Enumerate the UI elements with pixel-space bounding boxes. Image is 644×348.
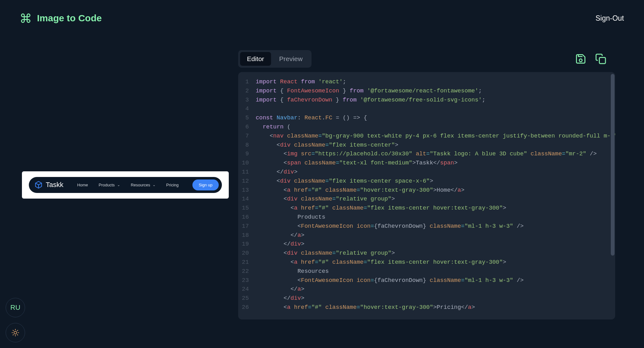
preview-brand: Taskk	[46, 181, 63, 189]
code-line: 7 <nav className="bg-gray-900 text-white…	[238, 132, 615, 141]
preview-brand-group: Taskk	[34, 181, 63, 189]
svg-point-0	[579, 59, 582, 62]
code-line: 15 <a href="#" className="flex items-cen…	[238, 204, 615, 213]
code-editor[interactable]: 1import React from 'react'; 2import { Fo…	[238, 72, 615, 319]
svg-line-9	[13, 335, 13, 335]
code-line: 13 <a href="#" className="hover:text-gra…	[238, 186, 615, 195]
preview-card: Taskk Home Products⌄ Resources⌄ Pricing …	[22, 171, 229, 199]
code-line: 4	[238, 105, 615, 114]
app-header: Image to Code Sign-Out	[0, 0, 644, 31]
preview-pane: Taskk Home Products⌄ Resources⌄ Pricing …	[22, 50, 229, 319]
code-line: 16 Products	[238, 213, 615, 222]
view-tabs: Editor Preview	[238, 50, 312, 68]
code-line: 17 <FontAwesomeIcon icon={faChevronDown}…	[238, 222, 615, 231]
editor-pane: Editor Preview	[238, 50, 631, 319]
editor-actions	[575, 53, 606, 65]
preview-link-resources[interactable]: Resources⌄	[131, 183, 155, 187]
code-line: 1import React from 'react';	[238, 78, 615, 87]
code-line: 11 </div>	[238, 168, 615, 177]
preview-signup-button[interactable]: Sign up	[192, 179, 219, 190]
app-title: Image to Code	[37, 13, 102, 23]
cube-icon	[34, 181, 43, 189]
code-line: 26 <a href="#" className="hover:text-gra…	[238, 303, 615, 312]
code-line: 6 return (	[238, 123, 615, 132]
code-line: 20 <div className="relative group">	[238, 249, 615, 258]
code-line: 23 <FontAwesomeIcon icon={faChevronDown}…	[238, 276, 615, 285]
svg-line-6	[17, 335, 18, 335]
theme-toggle-button[interactable]	[6, 323, 25, 342]
preview-link-products[interactable]: Products⌄	[99, 183, 120, 187]
code-lines: 1import React from 'react'; 2import { Fo…	[238, 72, 615, 318]
floating-buttons: RU	[6, 298, 25, 342]
preview-link-home[interactable]: Home	[77, 183, 88, 187]
svg-line-5	[13, 330, 13, 331]
code-line: 14 <div className="relative group">	[238, 195, 615, 204]
preview-link-home-label: Home	[77, 183, 88, 187]
preview-navbar: Taskk Home Products⌄ Resources⌄ Pricing …	[29, 177, 222, 193]
code-line: 12 <div className="flex items-center spa…	[238, 177, 615, 186]
save-icon[interactable]	[575, 53, 586, 65]
tab-preview[interactable]: Preview	[272, 52, 310, 66]
preview-link-pricing[interactable]: Pricing	[166, 183, 179, 187]
svg-point-2	[14, 331, 17, 334]
sign-out-link[interactable]: Sign-Out	[595, 14, 624, 23]
preview-link-resources-label: Resources	[131, 183, 150, 187]
chevron-down-icon: ⌄	[117, 183, 120, 187]
scrollbar-thumb[interactable]	[611, 74, 615, 256]
code-line: 3import { faChevronDown } from '@fortawe…	[238, 96, 615, 105]
code-line: 25 </div>	[238, 294, 615, 303]
code-line: 2import { FontAwesomeIcon } from '@forta…	[238, 87, 615, 96]
svg-line-10	[17, 330, 18, 331]
code-line: 24 </a>	[238, 285, 615, 294]
editor-topbar: Editor Preview	[238, 50, 631, 68]
command-icon	[20, 13, 31, 24]
code-line: 19 </div>	[238, 240, 615, 249]
code-line: 5const Navbar: React.FC = () => {	[238, 114, 615, 123]
code-line: 18 </a>	[238, 231, 615, 240]
user-avatar-button[interactable]: RU	[6, 298, 25, 317]
code-line: 9 <img src="https://placehold.co/30x30" …	[238, 150, 615, 159]
code-line: 10 <span className="text-xl font-medium"…	[238, 159, 615, 168]
preview-link-products-label: Products	[99, 183, 115, 187]
code-line: 21 <a href="#" className="flex items-cen…	[238, 258, 615, 267]
tab-editor[interactable]: Editor	[240, 52, 271, 66]
logo-group: Image to Code	[20, 13, 102, 24]
svg-rect-1	[599, 58, 606, 64]
code-line: 8 <div className="flex items-center">	[238, 141, 615, 150]
chevron-down-icon: ⌄	[153, 183, 155, 187]
code-line: 22 Resources	[238, 267, 615, 276]
preview-nav-links: Home Products⌄ Resources⌄ Pricing	[77, 183, 179, 187]
copy-icon[interactable]	[595, 53, 606, 65]
preview-link-pricing-label: Pricing	[166, 183, 179, 187]
main-area: Taskk Home Products⌄ Resources⌄ Pricing …	[0, 31, 644, 319]
